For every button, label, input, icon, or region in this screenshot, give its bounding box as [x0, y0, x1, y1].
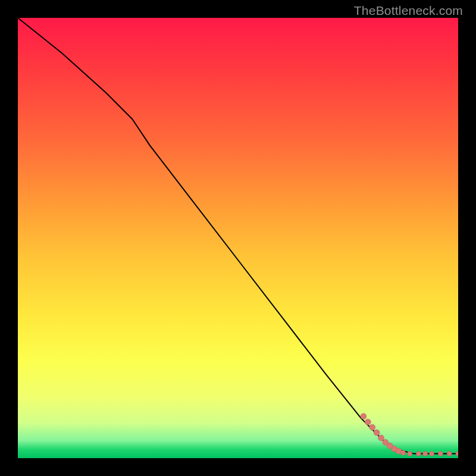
data-marker	[456, 452, 458, 456]
data-marker	[374, 430, 380, 436]
data-marker	[361, 414, 367, 419]
data-marker	[365, 419, 371, 425]
data-marker	[430, 452, 434, 456]
data-marker	[438, 452, 443, 456]
chart-svg	[18, 18, 458, 458]
data-marker	[401, 450, 406, 455]
data-marker	[378, 435, 384, 441]
chart-frame: TheBottleneck.com	[0, 0, 476, 476]
data-markers	[361, 414, 458, 456]
curve-line	[18, 18, 458, 454]
data-marker	[408, 452, 412, 456]
plot-area	[18, 18, 458, 458]
data-marker	[447, 452, 452, 456]
data-marker	[416, 452, 421, 456]
data-marker	[423, 452, 428, 456]
data-marker	[369, 424, 375, 430]
watermark-text: TheBottleneck.com	[354, 4, 463, 18]
